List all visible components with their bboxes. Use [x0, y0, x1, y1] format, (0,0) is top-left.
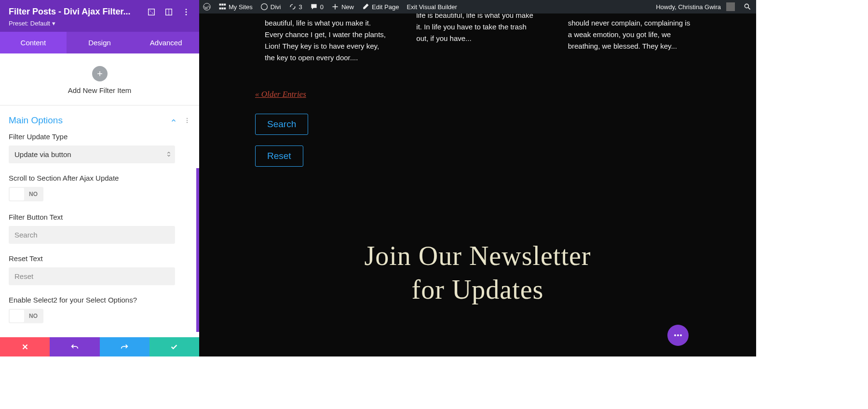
svg-point-9 — [187, 118, 188, 119]
preset-selector[interactable]: Preset: Default ▾ — [9, 20, 190, 27]
comments[interactable]: 0 — [306, 0, 327, 13]
site-name[interactable]: Divi — [257, 0, 285, 13]
filter-update-type-select[interactable]: Update via button — [9, 145, 175, 163]
reset-text-input[interactable] — [9, 267, 175, 285]
wp-logo[interactable] — [199, 0, 215, 13]
filter-update-type-label: Filter Update Type — [9, 132, 190, 141]
tab-design[interactable]: Design — [67, 32, 133, 53]
add-button[interactable] — [92, 66, 108, 81]
field-filter-update-type: Filter Update Type Update via button — [9, 132, 190, 163]
reset-button[interactable]: Reset — [255, 145, 303, 167]
newsletter-subtitle: for Updates — [199, 273, 756, 306]
my-sites-label: My Sites — [229, 3, 253, 11]
exit-visual-builder[interactable]: Exit Visual Builder — [403, 0, 461, 13]
main-options-title: Main Options — [9, 115, 63, 126]
older-entries-link[interactable]: « Older Entries — [255, 90, 306, 99]
reset-text-label: Reset Text — [9, 254, 190, 263]
search-button[interactable]: Search — [255, 114, 308, 135]
svg-point-10 — [187, 120, 188, 121]
svg-point-6 — [186, 9, 187, 10]
field-enable-select2: Enable Select2 for your Select Options? … — [9, 296, 190, 324]
responsive-icon[interactable] — [164, 8, 173, 16]
field-reset-text: Reset Text — [9, 254, 190, 285]
panel-header: Filter Posts - Divi Ajax Filter... Prese… — [0, 0, 199, 32]
cancel-button[interactable] — [0, 337, 50, 356]
tab-content[interactable]: Content — [0, 32, 67, 53]
add-label: Add New Filter Item — [0, 86, 199, 94]
field-filter-button-text: Filter Button Text — [9, 213, 190, 244]
post-excerpt: beautiful, life is what you make it. Eve… — [265, 17, 387, 64]
post-excerpt: life is beautiful, life is what you make… — [416, 13, 539, 64]
edit-page[interactable]: Edit Page — [358, 0, 403, 13]
svg-rect-3 — [149, 9, 155, 15]
tab-advanced[interactable]: Advanced — [133, 32, 199, 53]
newsletter-section: Join Our Newsletter for Updates — [199, 239, 756, 306]
page-preview: beautiful, life is what you make it. Eve… — [199, 13, 756, 356]
new-label: New — [341, 3, 354, 11]
new-content[interactable]: New — [327, 0, 358, 13]
kebab-icon[interactable] — [182, 8, 190, 16]
svg-point-14 — [680, 334, 682, 336]
svg-point-12 — [674, 334, 676, 336]
chevron-up-icon[interactable] — [170, 117, 177, 124]
filter-button-text-input[interactable] — [9, 226, 175, 244]
avatar — [726, 2, 735, 11]
comments-count: 0 — [320, 3, 324, 11]
filter-button-text-label: Filter Button Text — [9, 213, 190, 221]
admin-search[interactable] — [739, 0, 756, 13]
field-scroll-after-ajax: Scroll to Section After Ajax Update NO — [9, 174, 190, 202]
section-kebab-icon[interactable] — [184, 117, 190, 124]
undo-button[interactable] — [50, 337, 99, 356]
builder-fab[interactable] — [667, 325, 689, 346]
select-arrow-icon — [166, 150, 171, 159]
exit-vb-label: Exit Visual Builder — [407, 3, 457, 11]
main-options-header[interactable]: Main Options — [9, 106, 190, 132]
settings-panel: Filter Posts - Divi Ajax Filter... Prese… — [0, 0, 199, 356]
wp-admin-bar: My Sites Divi 3 0 New Edit Page Exit Vis… — [199, 0, 756, 13]
newsletter-title: Join Our Newsletter — [199, 239, 756, 273]
svg-point-11 — [187, 122, 188, 123]
post-excerpt: should never complain, complaining is a … — [568, 17, 691, 64]
my-sites[interactable]: My Sites — [215, 0, 257, 13]
svg-point-7 — [186, 11, 187, 13]
howdy-label: Howdy, Christina Gwira — [656, 3, 721, 11]
add-filter-item[interactable]: Add New Filter Item — [0, 53, 199, 105]
edit-page-label: Edit Page — [372, 3, 399, 11]
svg-point-2 — [745, 4, 748, 8]
svg-point-8 — [186, 13, 187, 15]
enable-select2-label: Enable Select2 for your Select Options? — [9, 296, 190, 304]
expand-icon[interactable] — [147, 8, 156, 16]
svg-point-13 — [677, 334, 679, 336]
enable-select2-toggle[interactable]: NO — [9, 309, 43, 323]
redo-button[interactable] — [100, 337, 149, 356]
howdy-user[interactable]: Howdy, Christina Gwira — [652, 0, 739, 13]
save-button[interactable] — [149, 337, 199, 356]
scroll-after-ajax-toggle[interactable]: NO — [9, 187, 43, 201]
scroll-after-ajax-label: Scroll to Section After Ajax Update — [9, 174, 190, 182]
posts-row: beautiful, life is what you make it. Eve… — [199, 17, 756, 64]
panel-title: Filter Posts - Divi Ajax Filter... — [9, 7, 130, 17]
updates-count: 3 — [299, 3, 302, 11]
filter-buttons: Search Reset — [255, 114, 756, 167]
site-label: Divi — [271, 3, 281, 11]
panel-footer — [0, 337, 199, 356]
updates[interactable]: 3 — [285, 0, 306, 13]
tabs: Content Design Advanced — [0, 32, 199, 53]
svg-point-1 — [261, 4, 267, 10]
